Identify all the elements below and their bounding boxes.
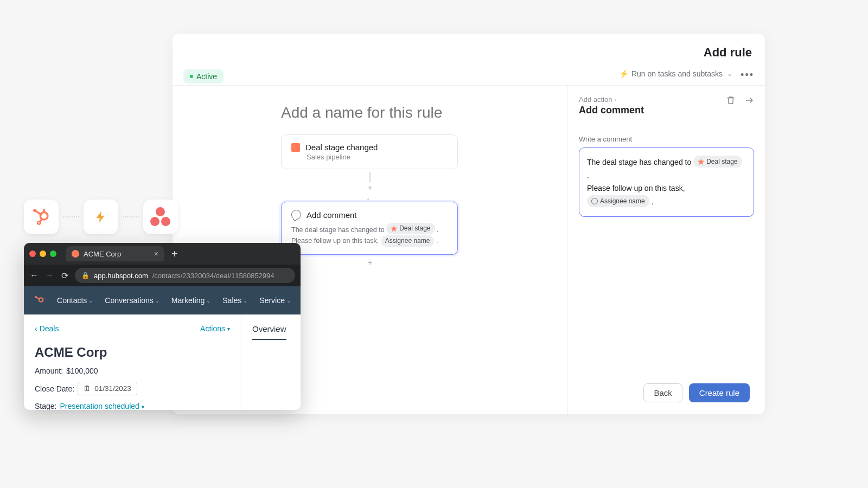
caret-down-icon: ▾ [227, 326, 230, 332]
status-badge: Active [183, 69, 224, 84]
address-bar[interactable]: 🔒 app.hubspot.com/contacts/23320034/deal… [75, 268, 295, 283]
rule-builder-header: Add rule Active ⚡ Run on tasks and subta… [173, 34, 765, 86]
side-panel-body: Write a comment The deal stage has chang… [568, 125, 765, 227]
breadcrumb[interactable]: Add action › [579, 95, 644, 104]
trigger-title: Deal stage changed [305, 143, 378, 152]
deal-company-name: ACME Corp [35, 345, 230, 360]
url-path: /contacts/23320034/deal/11580852994 [152, 272, 275, 280]
deal-stage-token[interactable]: Deal stage [693, 156, 742, 168]
trigger-card[interactable]: Deal stage changed Sales pipeline [281, 134, 458, 169]
maximize-window-icon[interactable] [50, 251, 56, 257]
run-scope-label: Run on tasks and subtasks [631, 69, 723, 78]
page-title: Add rule [704, 46, 752, 60]
action-preview-text: The deal stage has changed to [291, 226, 385, 234]
comment-icon [291, 210, 301, 220]
comment-text2: Please follow up on this task, [587, 184, 685, 192]
hubspot-topnav: Contacts⌄ Conversations⌄ Marketing⌄ Sale… [24, 286, 301, 314]
deal-stage: Stage: Presentation scheduled ▾ [35, 402, 230, 410]
svg-point-6 [39, 298, 43, 301]
window-controls[interactable] [29, 251, 56, 257]
add-step-button[interactable]: + [366, 183, 374, 192]
svg-point-2 [33, 209, 36, 212]
browser-toolbar: ← → ⟳ 🔒 app.hubspot.com/contacts/2332003… [24, 265, 301, 286]
stage-label: Stage: [35, 402, 56, 410]
chevron-down-icon: ⌄ [727, 70, 732, 78]
automation-app-icon [84, 200, 118, 234]
run-scope-selector[interactable]: ⚡ Run on tasks and subtasks ⌄ [619, 69, 732, 78]
nav-marketing[interactable]: Marketing⌄ [171, 296, 210, 305]
browser-tab[interactable]: ACME Corp × [66, 246, 164, 261]
close-date-picker[interactable]: 🗓 01/31/2023 [78, 382, 137, 395]
action-preview-text2: Please follow up on this task, [291, 237, 379, 245]
nav-contacts[interactable]: Contacts⌄ [57, 296, 93, 305]
assignee-token: Assignee name [381, 235, 435, 247]
arrow-down-icon: ↓ [366, 193, 370, 202]
asana-icon [150, 206, 171, 228]
close-window-icon[interactable] [29, 251, 36, 257]
rule-name-input[interactable] [281, 104, 552, 121]
nav-reload-button[interactable]: ⟳ [60, 271, 69, 281]
trigger-subtitle: Sales pipeline [291, 153, 448, 161]
browser-window: ACME Corp × + ← → ⟳ 🔒 app.hubspot.com/co… [24, 243, 301, 410]
comment-field-label: Write a comment [579, 135, 754, 143]
integration-icons [24, 200, 178, 234]
deal-main: Overview [241, 314, 301, 410]
nav-back-button[interactable]: ← [29, 271, 39, 280]
action-card[interactable]: Add comment The deal stage has changed t… [281, 202, 458, 255]
deal-actions-menu[interactable]: Actions ▾ [200, 324, 230, 333]
nav-sales[interactable]: Sales⌄ [222, 296, 247, 305]
chevron-right-icon: › [614, 97, 616, 103]
close-tab-icon[interactable]: × [154, 249, 158, 258]
back-button[interactable]: Back [643, 383, 682, 402]
asana-app-icon [143, 200, 178, 234]
breadcrumb-label: Add action [579, 95, 612, 104]
tab-overview[interactable]: Overview [252, 324, 286, 340]
side-panel: Add action › Add comment Write a comment [567, 86, 765, 414]
deal-sidebar: ‹ Deals Actions ▾ ACME Corp Amount: $100… [24, 314, 241, 410]
trash-icon [726, 95, 736, 105]
hubspot-icon [32, 208, 50, 226]
delete-button[interactable] [726, 95, 736, 107]
close-date-label: Close Date: [35, 384, 74, 393]
chevron-down-icon: ⌄ [88, 298, 93, 304]
side-panel-header: Add action › Add comment [568, 86, 765, 125]
deal-close-date: Close Date: 🗓 01/31/2023 [35, 382, 230, 395]
back-to-deals-link[interactable]: ‹ Deals [35, 324, 59, 333]
hubspot-logo-icon [34, 294, 45, 306]
collapse-panel-button[interactable] [744, 95, 754, 107]
nav-service[interactable]: Service⌄ [259, 296, 291, 305]
new-tab-button[interactable]: + [171, 248, 178, 260]
add-step-button-bottom[interactable]: + [366, 258, 374, 267]
action-title: Add comment [307, 210, 357, 220]
create-rule-button[interactable]: Create rule [689, 383, 750, 402]
nav-conversations[interactable]: Conversations⌄ [105, 296, 159, 305]
comment-textarea[interactable]: The deal stage has changed to Deal stage… [579, 147, 754, 217]
chevron-down-icon: ⌄ [206, 298, 210, 304]
hubspot-app-icon [24, 200, 59, 234]
close-date-value: 01/31/2023 [94, 384, 131, 393]
url-host: app.hubspot.com [94, 272, 148, 280]
side-panel-title: Add comment [579, 105, 644, 116]
footer-actions: Back Create rule [643, 383, 750, 402]
lightning-icon [94, 210, 108, 224]
nav-forward-button[interactable]: → [44, 271, 54, 280]
tab-title: ACME Corp [84, 250, 121, 258]
svg-point-5 [37, 222, 40, 224]
svg-point-8 [35, 296, 37, 298]
chevron-down-icon: ⌄ [286, 298, 291, 304]
lock-icon: 🔒 [81, 272, 90, 279]
assignee-token[interactable]: Assignee name [587, 195, 649, 207]
caret-down-icon: ▾ [142, 404, 144, 410]
hubspot-body: ‹ Deals Actions ▾ ACME Corp Amount: $100… [24, 314, 301, 410]
action-preview: The deal stage has changed to Deal stage… [291, 223, 448, 247]
comment-text: The deal stage has changed to [587, 158, 691, 166]
chevron-down-icon: ⌄ [243, 298, 247, 304]
connector-dots [123, 216, 139, 217]
stage-selector[interactable]: Presentation scheduled ▾ [60, 402, 144, 410]
minimize-window-icon[interactable] [40, 251, 46, 257]
connector-line [369, 172, 371, 182]
more-menu-button[interactable]: ••• [741, 69, 754, 81]
amount-value: $100,000 [66, 367, 98, 375]
hubspot-favicon [72, 250, 79, 258]
calendar-icon: 🗓 [84, 384, 91, 393]
